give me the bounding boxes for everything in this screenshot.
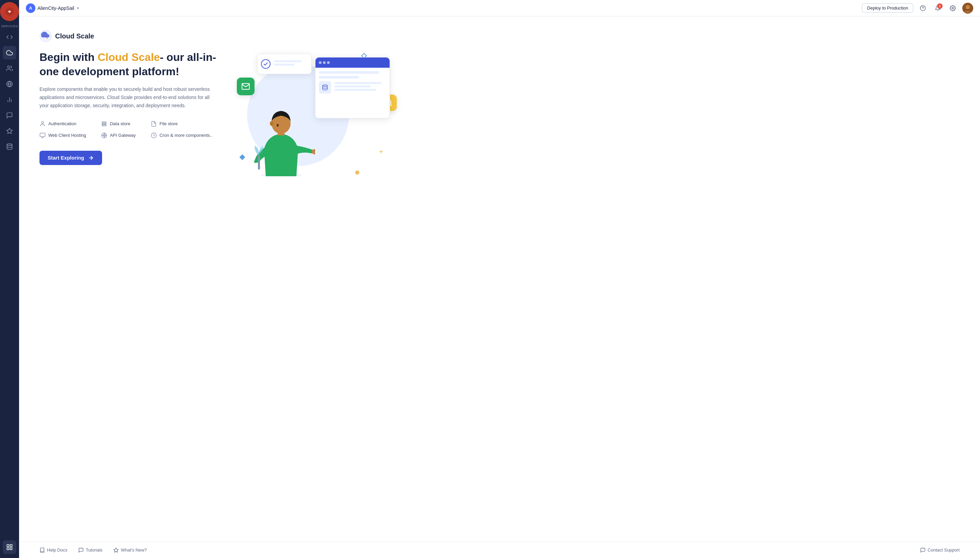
deco-circle bbox=[355, 171, 359, 174]
hero-left: Begin with Cloud Scale- our all-in-one d… bbox=[39, 50, 217, 165]
card-main-ui bbox=[315, 57, 390, 118]
hero-section: Begin with Cloud Scale- our all-in-one d… bbox=[39, 50, 960, 180]
svg-point-34 bbox=[323, 85, 327, 87]
whats-new-link[interactable]: What's New? bbox=[113, 547, 147, 553]
user-avatar[interactable] bbox=[962, 3, 973, 14]
card-checklist bbox=[257, 54, 312, 74]
app-name: AlienCity-AppSail bbox=[38, 5, 74, 11]
deploy-button[interactable]: Deploy to Production bbox=[862, 3, 913, 13]
feature-filestore: File store bbox=[151, 121, 217, 127]
chat-bubble-icon bbox=[78, 547, 84, 553]
svg-rect-10 bbox=[7, 545, 9, 547]
svg-point-20 bbox=[41, 121, 44, 123]
feature-datastore-label: Data store bbox=[110, 121, 130, 126]
check-circle bbox=[261, 59, 271, 69]
help-docs-label: Help Docs bbox=[47, 547, 67, 553]
page-title: Cloud Scale bbox=[55, 32, 94, 40]
feature-api-label: API Gateway bbox=[110, 133, 136, 138]
start-exploring-button[interactable]: Start Exploring bbox=[39, 151, 102, 165]
start-btn-label: Start Exploring bbox=[48, 155, 84, 161]
sidebar-item-users[interactable] bbox=[3, 62, 16, 75]
svg-point-9 bbox=[7, 144, 12, 146]
cloud-scale-icon bbox=[39, 30, 52, 42]
footer: Help Docs Tutorials What's New? Contact … bbox=[19, 542, 980, 558]
svg-rect-22 bbox=[102, 123, 106, 124]
monitor-icon bbox=[39, 132, 46, 138]
feature-api: API Gateway bbox=[101, 132, 140, 138]
hero-illustration: + bbox=[230, 50, 393, 180]
sidebar-item-chat[interactable] bbox=[3, 108, 16, 122]
main-content: Cloud Scale Begin with Cloud Scale- our … bbox=[19, 16, 980, 542]
deco-plus: + bbox=[379, 148, 383, 156]
svg-rect-12 bbox=[7, 548, 9, 550]
sidebar-label: Services bbox=[1, 25, 18, 28]
feature-hosting-label: Web Client Hosting bbox=[48, 133, 86, 138]
arrow-right-icon bbox=[88, 155, 94, 161]
header-right: Deploy to Production 2 bbox=[862, 3, 973, 14]
svg-marker-8 bbox=[7, 128, 13, 134]
feature-datastore: Data store bbox=[101, 121, 140, 127]
sidebar-grid-button[interactable] bbox=[3, 540, 16, 554]
app-chevron-icon[interactable]: ▾ bbox=[77, 6, 79, 11]
contact-support-label: Contact Support bbox=[927, 547, 960, 553]
sidebar-logo bbox=[0, 2, 19, 21]
feature-auth-label: Authentication bbox=[48, 121, 76, 126]
svg-point-40 bbox=[277, 124, 279, 126]
help-docs-link[interactable]: Help Docs bbox=[39, 547, 67, 553]
sidebar-item-code[interactable] bbox=[3, 30, 16, 44]
notification-badge: 2 bbox=[937, 3, 942, 9]
svg-line-33 bbox=[390, 105, 392, 106]
app-logo: A bbox=[26, 3, 35, 13]
clock-icon bbox=[151, 132, 157, 138]
feature-cron: Cron & more components.. bbox=[151, 132, 217, 138]
settings-button[interactable] bbox=[947, 3, 958, 14]
header-left: A AlienCity-AppSail ▾ bbox=[26, 3, 79, 13]
support-icon bbox=[920, 547, 926, 553]
user-icon bbox=[39, 121, 46, 127]
svg-point-1 bbox=[8, 11, 11, 13]
deco-diamond-2 bbox=[240, 154, 245, 160]
whats-new-label: What's New? bbox=[121, 547, 147, 553]
plant-decoration bbox=[252, 142, 266, 169]
svg-rect-23 bbox=[102, 125, 106, 126]
sidebar-bottom bbox=[3, 540, 16, 558]
svg-rect-11 bbox=[10, 545, 12, 547]
sidebar-item-analytics[interactable] bbox=[3, 93, 16, 107]
database-icon bbox=[101, 121, 107, 127]
contact-support-link[interactable]: Contact Support bbox=[920, 547, 960, 553]
svg-rect-24 bbox=[40, 133, 45, 137]
sidebar-item-storage[interactable] bbox=[3, 140, 16, 153]
help-button[interactable] bbox=[918, 3, 928, 14]
svg-rect-13 bbox=[10, 548, 12, 550]
svg-rect-21 bbox=[102, 122, 106, 123]
tutorials-label: Tutorials bbox=[86, 547, 102, 553]
sidebar-item-network[interactable] bbox=[3, 77, 16, 91]
hero-heading: Begin with Cloud Scale- our all-in-one d… bbox=[39, 50, 217, 79]
features-grid: Authentication Data store bbox=[39, 121, 217, 138]
tutorials-link[interactable]: Tutorials bbox=[78, 547, 102, 553]
feature-authentication: Authentication bbox=[39, 121, 90, 127]
notifications-button[interactable]: 2 bbox=[932, 3, 943, 14]
file-icon bbox=[151, 121, 157, 127]
star-icon bbox=[113, 547, 119, 553]
feature-cron-label: Cron & more components.. bbox=[159, 133, 212, 138]
svg-point-16 bbox=[952, 7, 954, 9]
heading-highlight: Cloud Scale bbox=[98, 51, 160, 63]
book-icon bbox=[39, 547, 45, 553]
sidebar-item-deploy[interactable] bbox=[3, 124, 16, 138]
api-icon bbox=[101, 132, 107, 138]
heading-prefix: Begin with bbox=[39, 51, 98, 63]
svg-point-39 bbox=[270, 121, 273, 126]
svg-marker-42 bbox=[114, 548, 118, 552]
svg-rect-41 bbox=[258, 156, 260, 169]
page-header: Cloud Scale bbox=[39, 30, 960, 42]
svg-point-2 bbox=[8, 66, 10, 68]
header: A AlienCity-AppSail ▾ Deploy to Producti… bbox=[19, 0, 980, 16]
hero-description: Explore components that enable you to se… bbox=[39, 85, 217, 110]
sidebar-item-cloud[interactable] bbox=[3, 46, 16, 59]
feature-filestore-label: File store bbox=[159, 121, 177, 126]
feature-hosting: Web Client Hosting bbox=[39, 132, 90, 138]
sidebar: Services bbox=[0, 0, 19, 558]
main-wrapper: A AlienCity-AppSail ▾ Deploy to Producti… bbox=[19, 0, 980, 558]
svg-point-18 bbox=[966, 5, 970, 9]
